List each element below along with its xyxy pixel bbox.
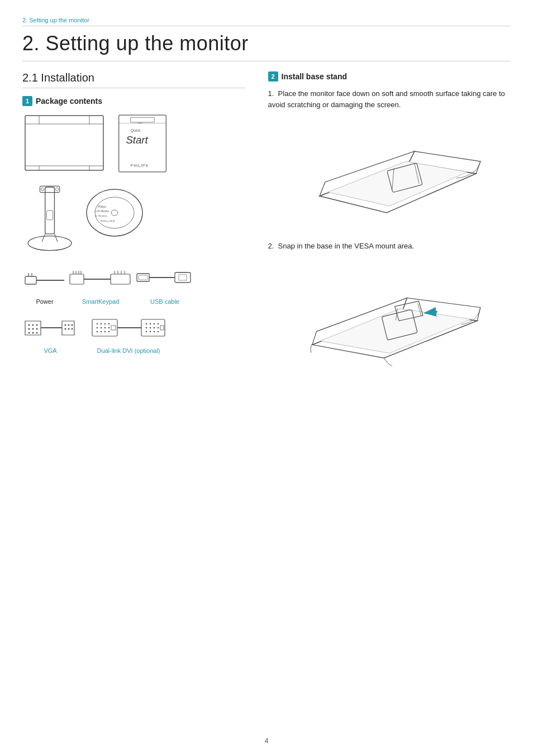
vga-label: VGA	[44, 347, 56, 354]
pkg-mid-row: Philips LCD Monitor for Windows PHILIPS	[22, 182, 246, 255]
svg-point-20	[28, 236, 72, 251]
section-21-heading: 2.1 Installation	[22, 71, 246, 88]
dvi-item: Dual-link DVI (optional)	[89, 313, 168, 354]
svg-point-51	[28, 324, 30, 326]
diagram-2	[268, 260, 511, 371]
pkg-contents-heading: 1 Package contents	[22, 96, 246, 106]
badge-1: 1	[22, 96, 32, 106]
left-column: 2.1 Installation 1 Package contents	[22, 71, 257, 382]
svg-text:Start: Start	[126, 134, 148, 146]
svg-point-56	[36, 328, 37, 330]
dvi-label: Dual-link DVI (optional)	[97, 347, 160, 354]
install-step-1: 1. Place the monitor face down on soft a…	[268, 88, 511, 110]
svg-rect-82	[141, 319, 165, 336]
install-base-heading: 2 Install base stand	[268, 71, 511, 82]
svg-point-68	[96, 323, 98, 325]
cd-svg: Philips LCD Monitor for Windows PHILIPS	[84, 182, 145, 243]
vga-svg	[24, 313, 77, 345]
svg-point-94	[157, 331, 159, 333]
install-step-2-text: Snap in the base in the VESA mount area.	[278, 242, 415, 250]
svg-line-21	[42, 234, 45, 242]
svg-point-58	[32, 332, 34, 334]
svg-point-79	[108, 331, 110, 333]
svg-point-76	[96, 331, 98, 333]
svg-point-54	[28, 328, 30, 330]
quickstart-item: Quick Start PHILIPS	[112, 113, 173, 174]
svg-point-90	[157, 327, 159, 329]
svg-point-62	[68, 324, 69, 326]
dvi-svg	[91, 313, 166, 345]
monitor-stand-item	[22, 182, 78, 255]
svg-text:Philips: Philips	[98, 205, 106, 208]
svg-rect-34	[70, 274, 84, 284]
svg-point-93	[153, 331, 155, 333]
svg-point-52	[32, 324, 34, 326]
svg-point-63	[71, 324, 73, 326]
svg-point-74	[104, 327, 106, 329]
smartkeypad-svg	[69, 265, 133, 296]
svg-line-22	[54, 234, 58, 242]
quickstart-svg: Quick Start PHILIPS	[112, 113, 173, 174]
smartkeypad-item: SmartKeypad	[67, 265, 134, 305]
pkg-cables-row: Power	[22, 262, 246, 305]
diagram-1	[268, 118, 511, 229]
page: 2. Setting up the monitor 2. Setting up …	[0, 0, 533, 756]
smartkeypad-label: SmartKeypad	[82, 298, 120, 305]
svg-point-77	[100, 331, 102, 333]
svg-point-88	[149, 327, 151, 329]
monitor-box-item	[22, 113, 106, 174]
power-cable-svg	[24, 265, 66, 296]
svg-rect-19	[47, 210, 53, 220]
usb-cable-item: USB cable	[134, 262, 196, 305]
svg-rect-9	[131, 117, 154, 122]
page-number: 4	[265, 737, 269, 745]
svg-point-73	[100, 327, 102, 329]
usb-label: USB cable	[150, 298, 179, 305]
svg-point-57	[28, 332, 30, 334]
snap-base-svg	[297, 260, 482, 371]
svg-text:Quick: Quick	[131, 128, 141, 133]
svg-point-64	[64, 328, 66, 330]
svg-point-69	[100, 323, 102, 325]
svg-text:for Windows: for Windows	[95, 214, 107, 217]
svg-point-66	[71, 328, 73, 330]
svg-point-84	[149, 323, 151, 325]
svg-text:PHILIPS: PHILIPS	[131, 164, 149, 168]
install-step-1-text: Place the monitor face down on soft and …	[268, 89, 505, 109]
svg-point-53	[36, 324, 37, 326]
vga-item: VGA	[22, 313, 78, 354]
svg-point-78	[104, 331, 106, 333]
svg-point-92	[149, 331, 151, 333]
usb-cable-svg	[136, 262, 194, 296]
power-label: Power	[36, 298, 53, 305]
svg-rect-95	[160, 326, 164, 330]
pkg-top-row: Quick Start PHILIPS	[22, 113, 246, 174]
monitor-facedown-svg	[297, 118, 482, 229]
monitor-stand-svg	[22, 182, 78, 255]
svg-point-86	[157, 323, 159, 325]
svg-rect-48	[175, 272, 191, 283]
svg-rect-30	[25, 276, 36, 284]
svg-point-65	[68, 328, 69, 330]
monitor-box-svg	[22, 113, 106, 174]
svg-rect-80	[111, 326, 116, 330]
svg-rect-40	[111, 274, 130, 284]
right-column: 2 Install base stand 1. Place the monito…	[257, 71, 511, 382]
svg-point-24	[95, 197, 134, 228]
svg-point-55	[32, 328, 34, 330]
svg-point-85	[153, 323, 155, 325]
svg-point-18	[55, 188, 59, 191]
svg-point-91	[145, 331, 147, 333]
svg-point-70	[104, 323, 106, 325]
power-cable-item: Power	[22, 265, 67, 305]
breadcrumb: 2. Setting up the monitor	[22, 17, 511, 26]
svg-point-83	[145, 323, 147, 325]
svg-rect-46	[139, 275, 147, 280]
svg-text:LCD Monitor: LCD Monitor	[95, 210, 110, 213]
svg-line-102	[426, 312, 437, 313]
install-step-2: 2. Snap in the base in the VESA mount ar…	[268, 241, 511, 252]
svg-text:PHILIPS: PHILIPS	[101, 219, 115, 223]
svg-point-61	[64, 324, 66, 326]
badge-2: 2	[268, 71, 278, 82]
svg-point-72	[96, 327, 98, 329]
